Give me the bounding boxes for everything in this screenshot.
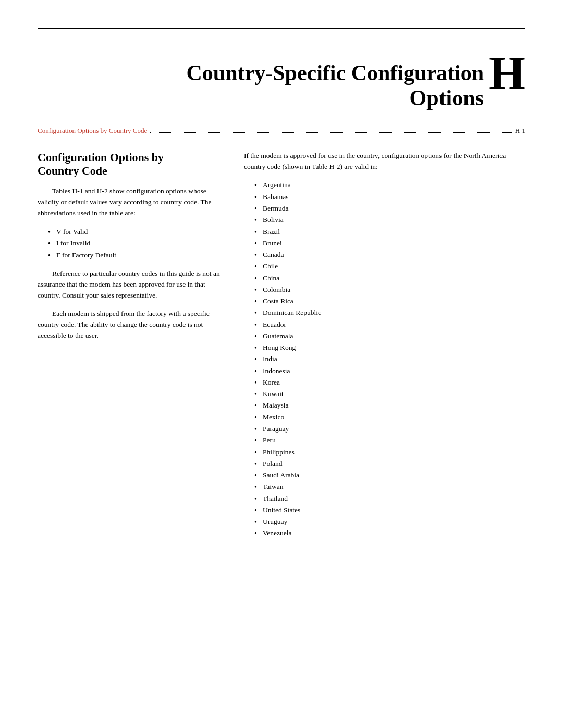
header-section: H Country-Specific Configuration Options [0,29,563,121]
list-item: Guatemala [254,330,525,342]
countries-list: ArgentinaBahamasBermudaBoliviaBrazilBrun… [254,179,525,539]
toc-link[interactable]: Configuration Options by Country Code [38,127,147,135]
right-intro: If the modem is approved for use in the … [244,151,525,172]
section-para1: Tables H-1 and H-2 show configuration op… [38,186,225,219]
section-heading: Configuration Options by Country Code [38,151,225,178]
list-item: Philippines [254,447,525,458]
title-line1: Country-Specific Configuration [187,61,484,85]
list-item: Canada [254,249,525,261]
list-item: Hong Kong [254,342,525,353]
list-item: V for Valid [48,226,225,238]
list-item: Poland [254,458,525,470]
list-item: Brazil [254,226,525,238]
toc-section: Configuration Options by Country Code H-… [0,121,563,145]
list-item: Chile [254,261,525,272]
section-para2: Reference to particular country codes in… [38,268,225,301]
list-item: United States [254,504,525,516]
left-column: Configuration Options by Country Code Ta… [38,151,225,349]
list-item: Ecuador [254,319,525,330]
title-line2: Options [410,86,484,110]
list-item: Colombia [254,284,525,295]
list-item: F for Factory Default [48,250,225,261]
chapter-title: Country-Specific Configuration Options [38,60,525,111]
list-item: India [254,353,525,365]
list-item: Venezuela [254,527,525,539]
list-item: Brunei [254,238,525,249]
toc-page: H-1 [515,127,525,135]
chapter-letter: H [489,50,525,97]
list-item: Saudi Arabia [254,470,525,481]
list-item: Bolivia [254,214,525,226]
list-item: Paraguay [254,423,525,435]
list-item: Costa Rica [254,295,525,307]
list-item: Mexico [254,412,525,423]
list-item: Thailand [254,493,525,504]
list-item: Peru [254,435,525,446]
section-para3: Each modem is shipped from the factory w… [38,309,225,341]
list-item: Bermuda [254,203,525,214]
list-item: I for Invalid [48,238,225,249]
list-item: Dominican Republic [254,307,525,318]
page: H Country-Specific Configuration Options… [0,28,563,728]
list-item: Argentina [254,179,525,191]
list-item: Malaysia [254,400,525,411]
toc-dots [150,132,512,133]
list-item: Korea [254,377,525,388]
list-item: Uruguay [254,516,525,527]
bullet-list: V for Valid I for Invalid F for Factory … [48,226,225,261]
list-item: Indonesia [254,365,525,377]
list-item: Kuwait [254,388,525,400]
list-item: China [254,273,525,284]
list-item: Taiwan [254,481,525,492]
list-item: Bahamas [254,191,525,203]
content-area: Configuration Options by Country Code Ta… [0,145,563,588]
right-column: If the modem is approved for use in the … [244,151,525,547]
